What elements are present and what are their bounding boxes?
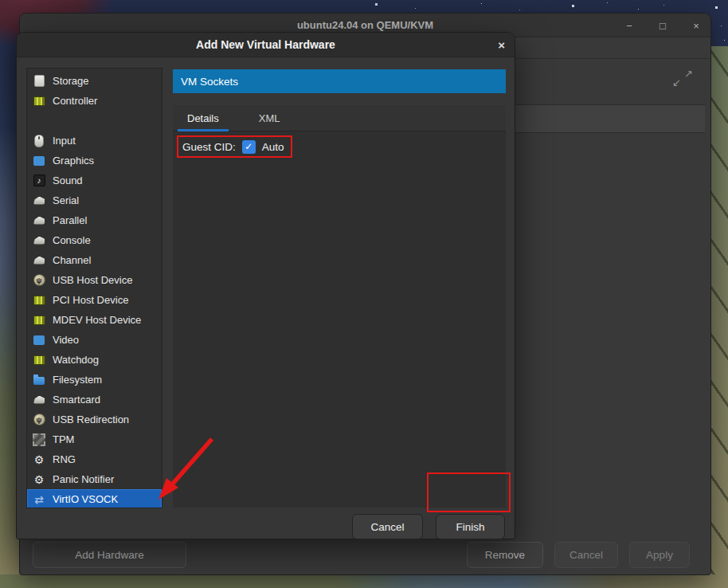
printer-icon	[33, 394, 45, 406]
close-icon[interactable]: ×	[690, 21, 703, 31]
monitor-icon	[33, 155, 45, 167]
wallpaper-stars	[0, 0, 1, 1]
vm-window-footer: Add Hardware Remove Cancel Apply	[20, 541, 710, 568]
auto-checkbox[interactable]: ✓	[242, 140, 256, 154]
annotation-box-guest-cid: Guest CID: ✓ Auto	[177, 135, 292, 158]
printer-icon	[33, 254, 45, 267]
sidebar-item-storage[interactable]: Storage	[27, 71, 162, 91]
sidebar-item-usb-host-device[interactable]: USB Host Device	[27, 270, 162, 290]
sidebar-item-virtio-vsock[interactable]: VirtIO VSOCK	[27, 489, 162, 508]
pci-card-icon	[33, 314, 45, 327]
sidebar-item-smartcard[interactable]: Smartcard	[27, 390, 162, 410]
disk-icon	[33, 75, 45, 88]
sidebar-item-graphics[interactable]: Graphics	[27, 151, 162, 171]
usb-icon	[33, 274, 45, 287]
window-title: ubuntu24.04 on QEMU/KVM	[297, 19, 433, 31]
tab-details[interactable]: Details	[182, 105, 224, 131]
guest-cid-label: Guest CID:	[182, 141, 236, 153]
minimize-icon[interactable]: −	[623, 21, 636, 31]
footer-button-cancel[interactable]: Cancel	[554, 542, 618, 568]
sidebar-item-serial[interactable]: Serial	[27, 190, 162, 210]
gear-icon	[33, 473, 45, 486]
printer-icon	[33, 214, 45, 227]
dialog-close-icon[interactable]: ×	[498, 33, 505, 57]
sidebar-item-panic-notifier[interactable]: Panic Notifier	[27, 469, 162, 489]
chip-icon	[33, 433, 45, 446]
tab-xml[interactable]: XML	[254, 105, 285, 131]
sound-icon	[33, 174, 45, 187]
cancel-button[interactable]: Cancel	[352, 514, 423, 539]
pci-card-icon	[33, 354, 45, 367]
sidebar-item-filesystem[interactable]: Filesystem	[27, 370, 162, 390]
mouse-icon	[33, 135, 45, 147]
usb-icon	[33, 414, 45, 426]
sidebar-item-parallel[interactable]: Parallel	[27, 210, 162, 230]
window-controls: − □ ×	[623, 14, 703, 37]
sidebar-item-controller[interactable]: Controller	[27, 91, 162, 111]
finish-button[interactable]: Finish	[436, 514, 505, 539]
sidebar-item-video[interactable]: Video	[27, 330, 162, 350]
desktop: ubuntu24.04 on QEMU/KVM − □ × ↗ ↙ Add Ha…	[0, 0, 728, 588]
fullscreen-expand-icon[interactable]: ↗ ↙	[672, 68, 693, 88]
pci-card-icon	[33, 294, 45, 307]
sidebar-item-tpm[interactable]: TPM	[27, 429, 162, 449]
monitor-icon	[33, 334, 45, 347]
arrows-icon	[33, 493, 45, 506]
folder-icon	[33, 374, 45, 386]
footer-button-add-hardware[interactable]: Add Hardware	[33, 542, 186, 568]
sidebar-item-rng[interactable]: RNG	[27, 449, 162, 469]
tab-bar: Details XML	[173, 105, 506, 131]
sidebar-item-pci-host-device[interactable]: PCI Host Device	[27, 290, 162, 310]
sidebar-item-usb-redirection[interactable]: USB Redirection	[27, 410, 162, 429]
hardware-type-list: Storage Controller Input	[26, 68, 162, 508]
wallpaper-bottom-strip	[0, 574, 728, 588]
add-hardware-dialog: Add New Virtual Hardware × Storage Contr…	[16, 32, 515, 539]
sidebar-item-watchdog[interactable]: Watchdog	[27, 350, 162, 370]
gear-icon	[33, 453, 45, 466]
sidebar-item-blank[interactable]	[27, 111, 162, 131]
dialog-title: Add New Virtual Hardware	[196, 38, 335, 51]
dialog-titlebar[interactable]: Add New Virtual Hardware ×	[17, 33, 515, 57]
panel-header: VM Sockets	[173, 69, 506, 93]
printer-icon	[33, 234, 45, 247]
sidebar-item-mdev-host-device[interactable]: MDEV Host Device	[27, 310, 162, 330]
footer-button-apply[interactable]: Apply	[629, 542, 690, 568]
sidebar-item-sound[interactable]: Sound	[27, 171, 162, 190]
sidebar-item-console[interactable]: Console	[27, 230, 162, 250]
maximize-icon[interactable]: □	[656, 21, 669, 31]
footer-button-remove[interactable]: Remove	[467, 542, 543, 568]
sidebar-item-channel[interactable]: Channel	[27, 250, 162, 270]
sidebar-item-input[interactable]: Input	[27, 131, 162, 151]
blank-icon	[33, 115, 45, 127]
printer-icon	[33, 194, 45, 207]
pci-card-icon	[33, 95, 45, 108]
details-notebook: Details XML Guest CID: ✓ Auto	[173, 105, 506, 508]
auto-checkbox-label: Auto	[262, 141, 284, 153]
